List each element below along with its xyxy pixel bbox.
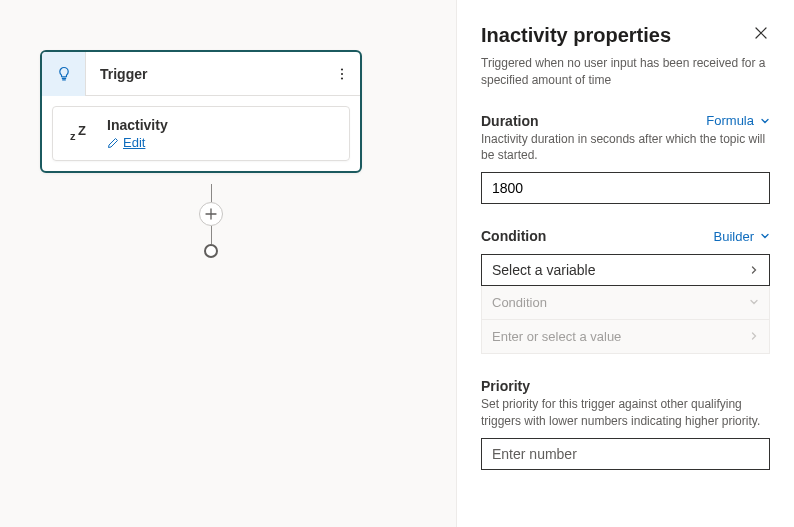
trigger-node-header: Trigger [42, 52, 360, 96]
close-icon [754, 26, 768, 40]
trigger-node[interactable]: Trigger z Z Inactivity [40, 50, 362, 173]
chevron-down-icon [760, 116, 770, 126]
lightbulb-icon [56, 66, 72, 82]
variable-select[interactable]: Select a variable [481, 254, 770, 286]
trigger-node-body: z Z Inactivity Edit [42, 96, 360, 171]
close-button[interactable] [752, 24, 770, 45]
duration-input[interactable] [481, 172, 770, 204]
condition-operator-select: Condition [481, 286, 770, 320]
priority-section: Priority Set priority for this trigger a… [481, 378, 770, 470]
condition-value-text: Enter or select a value [492, 329, 621, 344]
panel-description: Triggered when no user input has been re… [481, 55, 770, 89]
chevron-right-icon [749, 262, 759, 278]
condition-operator-text: Condition [492, 295, 547, 310]
duration-mode-toggle[interactable]: Formula [706, 113, 770, 128]
trigger-type-icon-box [42, 52, 86, 96]
svg-point-1 [341, 72, 343, 74]
inactivity-title: Inactivity [107, 117, 168, 133]
duration-mode-text: Formula [706, 113, 754, 128]
svg-text:z: z [70, 130, 76, 142]
edit-label: Edit [123, 135, 145, 150]
panel-title: Inactivity properties [481, 24, 671, 47]
priority-help: Set priority for this trigger against ot… [481, 396, 770, 430]
priority-input[interactable] [481, 438, 770, 470]
duration-section: Duration Formula Inactivity duration in … [481, 113, 770, 205]
properties-panel: Inactivity properties Triggered when no … [456, 0, 794, 527]
condition-value-select: Enter or select a value [481, 320, 770, 354]
sleep-icon: z Z [65, 124, 93, 144]
condition-mode-text: Builder [714, 229, 754, 244]
svg-point-2 [341, 77, 343, 79]
priority-label: Priority [481, 378, 530, 394]
plus-icon [205, 208, 217, 220]
chevron-down-icon [760, 231, 770, 241]
end-node-icon [204, 244, 218, 258]
variable-select-text: Select a variable [492, 262, 596, 278]
chevron-down-icon [749, 295, 759, 310]
condition-section: Condition Builder Select a variable Cond… [481, 228, 770, 354]
inactivity-card[interactable]: z Z Inactivity Edit [52, 106, 350, 161]
svg-text:Z: Z [78, 124, 86, 138]
edit-link[interactable]: Edit [107, 135, 168, 150]
pencil-icon [107, 137, 119, 149]
trigger-node-title: Trigger [86, 66, 324, 82]
duration-label: Duration [481, 113, 539, 129]
node-connector [199, 184, 223, 258]
chevron-right-icon [749, 329, 759, 344]
more-vertical-icon [335, 67, 349, 81]
duration-help: Inactivity duration in seconds after whi… [481, 131, 770, 165]
node-more-button[interactable] [324, 52, 360, 96]
condition-label: Condition [481, 228, 546, 244]
add-node-button[interactable] [199, 202, 223, 226]
svg-point-0 [341, 68, 343, 70]
condition-mode-toggle[interactable]: Builder [714, 229, 770, 244]
flow-canvas: Trigger z Z Inactivity [0, 0, 456, 527]
